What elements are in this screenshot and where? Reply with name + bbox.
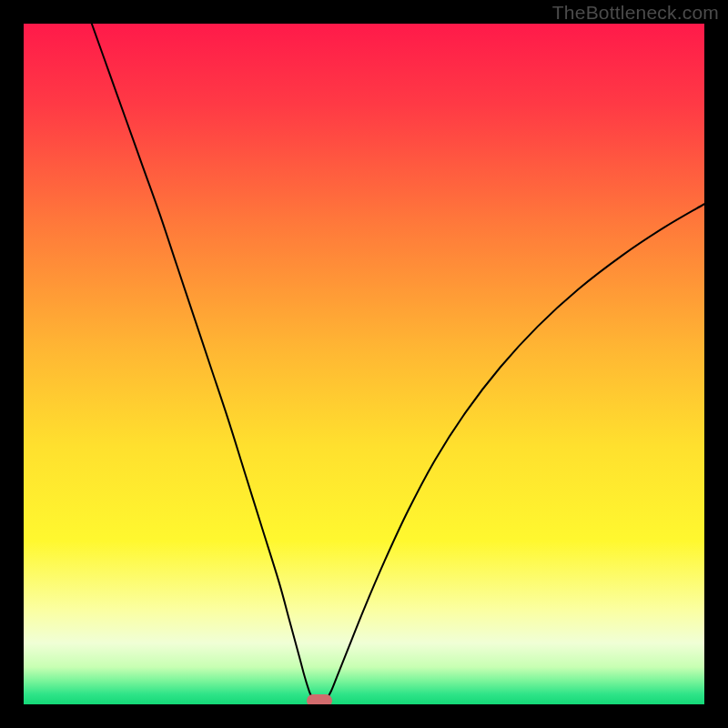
min-marker [307, 694, 332, 704]
attribution-text: TheBottleneck.com [552, 2, 719, 24]
chart-frame: TheBottleneck.com [0, 0, 728, 728]
svg-rect-0 [24, 24, 704, 704]
background-gradient [24, 24, 704, 704]
plot-area [24, 24, 704, 704]
